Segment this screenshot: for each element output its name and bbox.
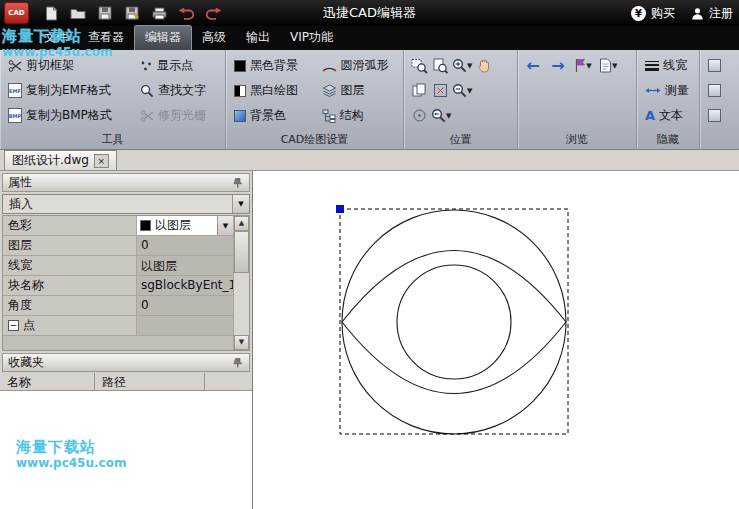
group-label-tools: 工具 [0, 132, 225, 147]
points-icon [140, 60, 153, 72]
zoom-previous-icon [431, 108, 446, 123]
zoom-previous-button[interactable]: ▼ [431, 106, 451, 126]
bookmark-button[interactable]: ▼ [574, 56, 592, 76]
copy-bmp-button[interactable]: BMP 复制为BMP格式 [6, 103, 126, 128]
partial-button-2[interactable] [706, 78, 734, 103]
selection-handle[interactable] [336, 205, 344, 213]
save-as-button[interactable] [123, 4, 141, 22]
new-file-button[interactable] [42, 4, 60, 22]
document-tab[interactable]: 图纸设计.dwg × [4, 150, 117, 170]
point-value[interactable] [137, 316, 233, 335]
drawing-canvas[interactable] [253, 171, 739, 509]
black-background-toggle[interactable]: 黑色背景 [232, 53, 308, 78]
tab-viewer[interactable]: 查看器 [78, 25, 134, 50]
copy-emf-button[interactable]: EMF 复制为EMF格式 [6, 78, 126, 103]
redo-button[interactable] [204, 4, 222, 22]
pin-icon[interactable] [233, 177, 244, 188]
trim-raster-button[interactable]: 修剪光栅 [138, 103, 220, 128]
smooth-arc-toggle[interactable]: 圆滑弧形 [320, 53, 399, 78]
yen-icon: ¥ [631, 6, 646, 21]
browse-forward-button[interactable]: → [549, 56, 567, 76]
favorites-list[interactable] [0, 391, 252, 509]
line-width-toggle[interactable]: 线宽 [643, 53, 694, 78]
measure-toggle[interactable]: 测量 [643, 78, 694, 103]
arrow-right-icon: → [551, 58, 564, 74]
property-row-linewidth: 线宽 以图层 [3, 256, 233, 276]
entity-selector-dropdown[interactable]: 插入 ▼ [2, 194, 250, 214]
caret-down-icon: ▼ [612, 62, 617, 70]
pan-button[interactable] [475, 56, 493, 76]
favorites-title: 收藏夹 [8, 354, 44, 371]
emf-file-icon: EMF [8, 83, 22, 98]
zoom-page-button[interactable] [431, 56, 449, 76]
hand-icon [477, 58, 491, 73]
linewidth-value[interactable]: 以图层 [137, 256, 233, 275]
layers-button[interactable]: 图层 [320, 78, 399, 103]
color-dropdown[interactable]: 以图层 ▼ [137, 216, 233, 235]
zoom-out-button[interactable]: ▼ [452, 81, 472, 101]
inner-circle[interactable] [397, 265, 511, 379]
structure-button[interactable]: 结构 [320, 103, 399, 128]
document-tab-bar: 图纸设计.dwg × [0, 150, 739, 171]
outer-circle[interactable] [342, 210, 566, 434]
tab-output[interactable]: 输出 [236, 25, 280, 50]
save-button[interactable] [96, 4, 114, 22]
tab-editor[interactable]: 编辑器 [134, 25, 192, 50]
browse-back-button[interactable]: ← [524, 56, 542, 76]
text-toggle[interactable]: A 文本 [643, 103, 694, 128]
caret-down-icon: ▼ [467, 62, 472, 70]
color-square-icon [234, 110, 246, 122]
ribbon-tab-bar: 文件 查看器 编辑器 高级 输出 VIP功能 [0, 26, 739, 50]
scroll-up-button[interactable]: ▲ [234, 216, 249, 231]
zoom-all-button[interactable] [410, 106, 428, 126]
column-header-name[interactable]: 名称 [0, 373, 95, 390]
collapse-expander-icon[interactable]: − [8, 320, 19, 331]
dropdown-arrow-icon[interactable]: ▼ [217, 216, 233, 235]
tab-vip[interactable]: VIP功能 [280, 25, 343, 50]
show-points-button[interactable]: 显示点 [138, 53, 220, 78]
redo-icon [205, 7, 222, 20]
lens-shape[interactable] [342, 251, 566, 394]
sheet-icon [599, 58, 612, 73]
property-row-color: 色彩 以图层 ▼ [3, 216, 233, 236]
pin-icon[interactable] [233, 357, 244, 368]
zoom-in-button[interactable]: ▼ [452, 56, 472, 76]
cut-frame-button[interactable]: 剪切框架 [6, 53, 126, 78]
left-panel: 属性 插入 ▼ 色彩 以图层 ▼ 图层 0 线宽 以图层 [0, 171, 253, 509]
print-button[interactable] [150, 4, 168, 22]
property-grid: 色彩 以图层 ▼ 图层 0 线宽 以图层 块名称 sgBlockByEnt_15… [2, 215, 250, 351]
scroll-down-button[interactable]: ▼ [234, 335, 249, 350]
zoom-pages-button[interactable] [410, 81, 428, 101]
bw-drawing-toggle[interactable]: 黑白绘图 [232, 78, 308, 103]
dropdown-arrow-icon[interactable]: ▼ [232, 195, 249, 213]
tab-advanced[interactable]: 高级 [192, 25, 236, 50]
background-color-button[interactable]: 背景色 [232, 103, 308, 128]
property-row-blockname: 块名称 sgBlockByEnt_1598 [3, 276, 233, 296]
partial-button-1[interactable] [706, 53, 734, 78]
properties-scrollbar[interactable]: ▲ ▼ [233, 216, 249, 350]
zoom-extents-button[interactable] [431, 81, 449, 101]
column-header-path[interactable]: 路径 [95, 373, 205, 390]
tab-file[interactable]: 文件 [34, 25, 78, 50]
angle-value[interactable]: 0 [137, 296, 233, 315]
zoom-window-button[interactable] [410, 56, 428, 76]
browse-sheet-button[interactable]: ▼ [599, 56, 617, 76]
blockname-value[interactable]: sgBlockByEnt_1598 [137, 276, 233, 295]
layer-value[interactable]: 0 [137, 236, 233, 255]
property-row-angle: 角度 0 [3, 296, 233, 316]
ribbon-group-partial [700, 50, 739, 149]
properties-header: 属性 [2, 173, 250, 192]
scrollbar-thumb[interactable] [234, 231, 249, 273]
partial-button-3[interactable] [706, 103, 734, 128]
open-file-button[interactable] [69, 4, 87, 22]
buy-button[interactable]: ¥购买 [631, 5, 675, 22]
quick-access-toolbar [42, 4, 222, 22]
close-document-icon[interactable]: × [94, 154, 109, 168]
app-logo-icon[interactable]: CAD [4, 2, 29, 24]
undo-button[interactable] [177, 4, 195, 22]
bmp-file-icon: BMP [8, 108, 22, 123]
register-button[interactable]: 注册 [691, 5, 733, 22]
find-text-button[interactable]: 查找文字 [138, 78, 220, 103]
app-logo-text: CAD [8, 9, 24, 17]
pages-icon [412, 83, 427, 98]
